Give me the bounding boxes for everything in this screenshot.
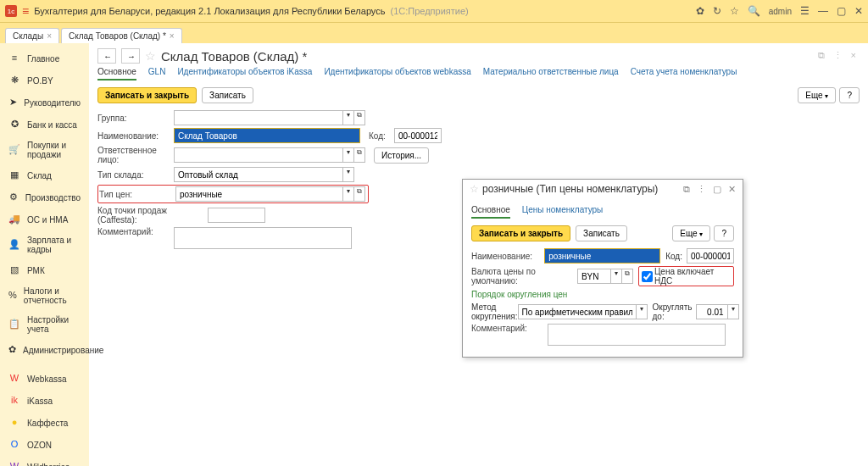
subtab[interactable]: Счета учета номенклатуры [631,67,737,80]
page-title: Склад Товаров (Склад) * [161,49,307,64]
forward-button[interactable]: → [121,48,140,64]
pos-input[interactable] [208,208,265,223]
open-icon[interactable]: ⧉ [622,269,633,284]
main-content: ← → ☆ Склад Товаров (Склад) * ⧉ ⋮ × Осно… [89,43,868,466]
save-and-close-button[interactable]: Записать и закрыть [471,225,570,241]
dropdown-icon[interactable]: ▾ [343,147,354,163]
tab-label: Склады [13,31,43,41]
subtab[interactable]: Основное [471,205,510,219]
method-input[interactable] [518,304,637,319]
tab-item[interactable]: Склады × [5,28,59,43]
sidebar-item[interactable]: 🛒Покупки и продажи [0,136,89,164]
subtab[interactable]: Основное [97,67,136,80]
vat-checkbox[interactable] [642,271,653,282]
close-icon[interactable]: ✕ [728,184,736,195]
title-bar: 1c ≡ Бухгалтерия для Беларуси, редакция … [0,0,868,23]
sidebar-item[interactable]: WWildberries [0,457,89,466]
vat-label: Цена включает НДС [654,267,731,286]
sidebar-item[interactable]: OOZON [0,435,89,455]
sidebar-item[interactable]: ▧РМК [0,260,89,280]
dropdown-icon[interactable]: ▾ [343,167,354,182]
sidebar-label: РМК [27,266,45,275]
help-button[interactable]: ? [839,87,860,103]
more-button[interactable]: Еще ▾ [672,225,710,241]
sidebar-item[interactable]: ≡Главное [0,48,89,69]
sidebar-item[interactable]: %Налоги и отчетность [0,282,89,309]
save-and-close-button[interactable]: Записать и закрыть [97,87,197,103]
sidebar-icon: ● [8,417,20,429]
sidebar-item[interactable]: ✪Банк и касса [0,114,89,135]
dropdown-icon[interactable]: ▾ [343,186,354,202]
open-icon[interactable]: ⧉ [354,147,365,163]
history-icon[interactable]: ↻ [713,5,721,17]
dropdown-icon[interactable]: ▾ [637,304,648,319]
maximize-icon[interactable]: ▢ [713,184,721,195]
code-input[interactable] [687,248,734,264]
save-button[interactable]: Записать [202,87,253,103]
settings-dropdown-icon[interactable]: ☰ [800,5,810,17]
sidebar-item[interactable]: 📋Настройки учета [0,311,89,338]
comment-input[interactable] [548,324,726,346]
vat-checkbox-wrap[interactable]: Цена включает НДС [638,266,734,286]
tab-close-icon[interactable]: × [47,31,52,41]
resp-input[interactable] [174,147,343,163]
close-icon[interactable]: ✕ [854,5,863,17]
subtab[interactable]: Идентификаторы объектов iKassa [177,67,312,80]
sidebar-item[interactable]: ❋PO.BY [0,70,89,91]
comment-input[interactable] [174,227,352,249]
user-name[interactable]: admin [769,7,792,16]
sidebar-item[interactable]: ▦Склад [0,165,89,186]
sidebar-item[interactable]: ✿Администрирование [0,340,89,360]
save-button[interactable]: Записать [576,225,627,241]
subtab[interactable]: Цены номенклатуры [522,205,603,219]
star-icon[interactable]: ☆ [470,183,479,195]
dropdown-icon[interactable]: ▾ [728,304,739,319]
currency-label: Валюта цены по умолчанию: [471,267,577,286]
help-button[interactable]: ? [714,225,734,241]
app-title: Бухгалтерия для Беларуси, редакция 2.1 Л… [34,6,385,16]
open-icon[interactable]: ⧉ [354,110,365,125]
dropdown-icon[interactable]: ▾ [611,269,622,284]
more-icon[interactable]: ⋮ [697,184,706,195]
subtab[interactable]: Идентификаторы объектов webkassa [324,67,470,80]
sidebar-item[interactable]: WWebkassa [0,369,89,389]
subtab[interactable]: Материально ответственные лица [483,67,619,80]
open-new-window-icon[interactable]: ⧉ [818,50,825,61]
type-input[interactable] [174,167,343,182]
sidebar-item[interactable]: 🚚ОС и НМА [0,209,89,230]
star-icon[interactable]: ☆ [145,49,156,63]
group-input[interactable] [174,110,343,125]
pricetype-label: Тип цен: [99,190,175,199]
search-icon[interactable]: 🔍 [748,5,760,17]
name-input[interactable] [174,128,360,143]
tab-item[interactable]: Склад Товаров (Склад) * × [61,28,182,43]
sidebar-item[interactable]: ➤Руководителю [0,92,89,113]
open-icon[interactable]: ⧉ [354,186,365,202]
link-icon[interactable]: ⧉ [683,184,690,195]
subtab[interactable]: GLN [148,67,166,80]
minimize-icon[interactable]: — [818,5,828,17]
back-button[interactable]: ← [97,48,116,64]
sidebar-item[interactable]: 👤Зарплата и кадры [0,231,89,258]
currency-input[interactable] [577,269,611,284]
more-button[interactable]: Еще ▾ [798,87,836,103]
more-icon[interactable]: ⋮ [833,50,843,61]
roundto-input[interactable] [696,304,728,319]
menu-icon[interactable]: ≡ [22,4,29,18]
notifications-icon[interactable]: ✿ [696,5,704,17]
tab-close-icon[interactable]: × [170,31,175,41]
sidebar-label: Руководителю [24,98,81,108]
sidebar-item[interactable]: ikiKassa [0,391,89,411]
sidebar-label: Производство [25,193,81,202]
sidebar-label: ОС и НМА [27,215,68,225]
close-page-icon[interactable]: × [851,50,856,61]
history-button[interactable]: История... [374,147,429,164]
dropdown-icon[interactable]: ▾ [343,110,354,125]
maximize-icon[interactable]: ▢ [837,5,846,17]
name-input[interactable] [544,248,660,264]
pricetype-input[interactable] [175,186,343,202]
favorites-icon[interactable]: ☆ [730,5,739,17]
sidebar-item[interactable]: ●Каффеста [0,413,89,433]
code-input[interactable] [394,128,442,143]
sidebar-item[interactable]: ⚙Производство [0,187,89,208]
